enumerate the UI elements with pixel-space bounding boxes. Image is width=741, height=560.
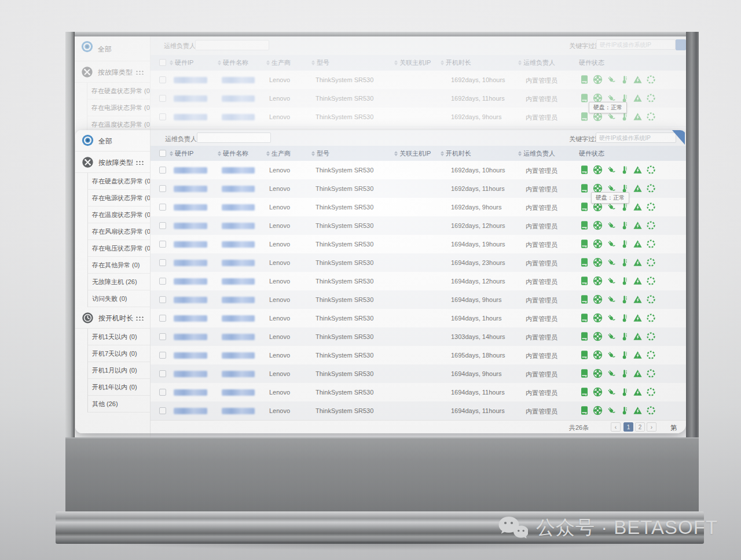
cycle-icon[interactable] [646, 369, 656, 378]
power-icon[interactable] [606, 350, 616, 360]
row-checkbox[interactable] [159, 167, 166, 174]
next-page-button[interactable]: › [647, 422, 656, 432]
table-row[interactable]: LenovoThinkSystem SR5301694days, 12hours… [151, 272, 686, 291]
column-header-2[interactable]: 硬件名称 [218, 149, 248, 158]
power-icon[interactable] [606, 331, 616, 341]
cycle-icon[interactable] [646, 165, 656, 175]
voltage-icon[interactable] [633, 387, 643, 397]
redacted-hardware-ip[interactable] [174, 371, 207, 377]
column-header-3[interactable]: 生产商 [266, 149, 291, 158]
redacted-hardware-ip[interactable] [174, 334, 207, 340]
voltage-icon[interactable] [633, 276, 643, 286]
temperature-icon[interactable] [619, 369, 629, 378]
voltage-icon[interactable] [633, 406, 643, 415]
voltage-icon[interactable] [633, 165, 643, 175]
redacted-hardware-name[interactable] [222, 334, 255, 340]
prev-page-button[interactable]: ‹ [611, 422, 621, 432]
redacted-hardware-ip[interactable] [174, 278, 207, 285]
sidebar-item-all[interactable]: 全部 [75, 130, 150, 152]
redacted-hardware-ip[interactable] [174, 167, 207, 174]
redacted-hardware-ip[interactable] [174, 315, 207, 322]
cycle-icon[interactable] [646, 313, 656, 323]
fan-icon[interactable] [593, 350, 603, 360]
temperature-icon[interactable] [619, 387, 629, 397]
redacted-hardware-ip[interactable] [174, 352, 207, 359]
fan-icon[interactable] [593, 406, 603, 415]
fan-icon[interactable] [593, 165, 603, 175]
temperature-icon[interactable] [619, 313, 629, 323]
row-checkbox[interactable] [159, 185, 166, 192]
row-checkbox[interactable] [159, 315, 166, 322]
row-checkbox[interactable] [159, 296, 166, 303]
grid-dots-icon[interactable] [135, 160, 144, 165]
disk-icon[interactable] [579, 313, 589, 323]
voltage-icon[interactable] [633, 202, 643, 212]
table-row[interactable]: LenovoThinkSystem SR5301692days, 12hours… [151, 216, 686, 235]
table-row[interactable]: LenovoThinkSystem SR5301303days, 14hours… [151, 327, 686, 347]
fan-icon[interactable] [593, 331, 603, 341]
cycle-icon[interactable] [646, 276, 656, 286]
table-row[interactable]: LenovoThinkSystem SR5301694days, 23hours… [151, 253, 686, 272]
disk-icon[interactable] [579, 294, 589, 304]
sidebar-group-uptime[interactable]: 按开机时长 [75, 307, 150, 329]
voltage-icon[interactable] [633, 220, 643, 230]
cycle-icon[interactable] [646, 220, 656, 230]
redacted-hardware-name[interactable] [222, 260, 255, 266]
voltage-icon[interactable] [633, 239, 643, 249]
row-checkbox[interactable] [159, 370, 166, 377]
disk-icon[interactable] [579, 369, 589, 378]
voltage-icon[interactable] [633, 183, 643, 193]
redacted-hardware-name[interactable] [222, 241, 255, 248]
table-row[interactable]: LenovoThinkSystem SR5301695days, 18hours… [151, 346, 686, 365]
power-icon[interactable] [606, 387, 616, 397]
voltage-icon[interactable] [633, 350, 643, 360]
temperature-icon[interactable] [619, 220, 629, 230]
redacted-hardware-ip[interactable] [174, 186, 207, 192]
fan-icon[interactable] [593, 313, 603, 323]
sidebar-item[interactable]: 存在温度状态异常 (0) [88, 207, 150, 223]
redacted-hardware-ip[interactable] [174, 260, 207, 266]
cycle-icon[interactable] [646, 331, 656, 341]
sidebar-item[interactable]: 开机7天以内 (0) [88, 345, 150, 362]
redacted-hardware-name[interactable] [222, 278, 255, 285]
power-icon[interactable] [606, 165, 616, 175]
redacted-hardware-name[interactable] [222, 167, 255, 174]
cycle-icon[interactable] [646, 257, 656, 267]
redacted-hardware-ip[interactable] [174, 223, 207, 229]
row-checkbox[interactable] [159, 333, 166, 340]
disk-icon[interactable] [579, 239, 589, 249]
power-icon[interactable] [606, 276, 616, 286]
sidebar-item[interactable]: 开机1月以内 (0) [88, 362, 150, 379]
row-checkbox[interactable] [159, 278, 166, 285]
sidebar-item[interactable]: 开机1年以内 (0) [88, 379, 150, 396]
fan-icon[interactable] [593, 239, 603, 249]
table-row[interactable]: LenovoThinkSystem SR5301694days, 1hours内… [151, 309, 686, 328]
disk-icon[interactable] [579, 331, 589, 341]
redacted-hardware-ip[interactable] [174, 241, 207, 248]
redacted-hardware-name[interactable] [222, 389, 255, 396]
voltage-icon[interactable] [633, 369, 643, 378]
column-header-7[interactable]: 运维负责人 [518, 149, 555, 158]
sidebar-group-fault-type[interactable]: 按故障类型 [75, 152, 150, 173]
disk-icon[interactable] [579, 202, 589, 212]
power-icon[interactable] [606, 257, 616, 267]
column-header-1[interactable]: 硬件IP [170, 149, 193, 158]
fan-icon[interactable] [593, 276, 603, 286]
fan-icon[interactable] [593, 257, 603, 267]
cycle-icon[interactable] [646, 387, 656, 397]
column-header-4[interactable]: 型号 [311, 149, 329, 158]
row-checkbox[interactable] [159, 389, 166, 396]
redacted-hardware-ip[interactable] [174, 297, 207, 303]
disk-icon[interactable] [579, 183, 589, 193]
row-checkbox[interactable] [159, 241, 166, 248]
disk-icon[interactable] [579, 276, 589, 286]
redacted-hardware-name[interactable] [222, 223, 255, 229]
cycle-icon[interactable] [646, 239, 656, 249]
cycle-icon[interactable] [646, 202, 656, 212]
sidebar-item[interactable]: 存在硬盘状态异常 (0) [88, 173, 150, 190]
disk-icon[interactable] [579, 220, 589, 230]
table-row[interactable]: LenovoThinkSystem SR5301692days, 10hours… [151, 161, 686, 180]
table-row[interactable]: LenovoThinkSystem SR5301694days, 19hours… [151, 235, 686, 254]
voltage-icon[interactable] [633, 331, 643, 341]
table-row[interactable]: LenovoThinkSystem SR5301694days, 9hours内… [151, 290, 686, 310]
